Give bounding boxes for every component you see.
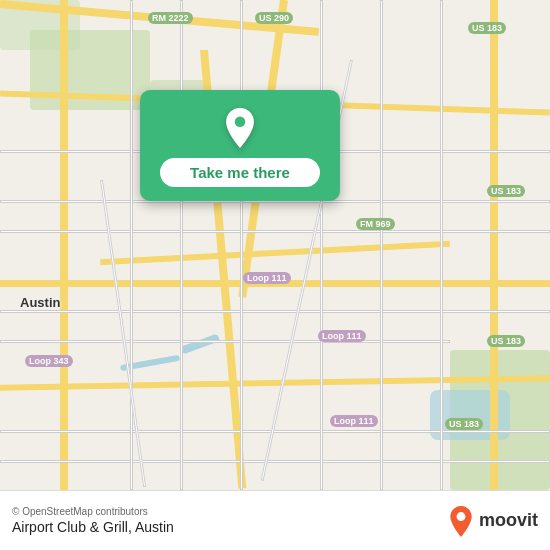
minor-road: [0, 460, 550, 463]
moovit-brand-text: moovit: [479, 510, 538, 531]
moovit-logo: moovit: [447, 505, 538, 537]
svg-point-0: [235, 117, 246, 128]
osm-attribution: © OpenStreetMap contributors: [12, 506, 174, 517]
hw-label-rm2222: RM 2222: [148, 12, 193, 24]
city-label-austin: Austin: [20, 295, 60, 310]
bottom-left-info: © OpenStreetMap contributors Airport Clu…: [12, 506, 174, 535]
hw-label-us183-bot2: US 183: [445, 418, 483, 430]
hw-label-loop111-2: Loop 111: [318, 330, 366, 342]
minor-road: [0, 310, 550, 313]
svg-point-1: [457, 512, 466, 521]
moovit-pin-icon: [447, 505, 475, 537]
hw-label-loop343: Loop 343: [25, 355, 73, 367]
hw-label-us183-mid: US 183: [487, 185, 525, 197]
map-container: RM 2222 US 290 US 183 US 183 FM 969 Loop…: [0, 0, 550, 490]
bottom-bar: © OpenStreetMap contributors Airport Clu…: [0, 490, 550, 550]
hw-label-us183-top: US 183: [468, 22, 506, 34]
hw-label-fm969: FM 969: [356, 218, 395, 230]
major-road: [60, 0, 68, 490]
minor-road: [380, 0, 383, 490]
hw-label-loop111-3: Loop 111: [330, 415, 378, 427]
take-me-there-button[interactable]: Take me there: [160, 158, 320, 187]
minor-road: [0, 430, 550, 433]
major-road: [490, 0, 498, 490]
location-pin-icon: [218, 106, 262, 150]
minor-road: [320, 0, 323, 490]
minor-road: [0, 230, 550, 233]
minor-road: [240, 0, 243, 490]
location-card: Take me there: [140, 90, 340, 201]
hw-label-us290: US 290: [255, 12, 293, 24]
place-name: Airport Club & Grill, Austin: [12, 519, 174, 535]
minor-road: [440, 0, 443, 490]
minor-road: [180, 0, 183, 490]
hw-label-loop111-1: Loop 111: [243, 272, 291, 284]
hw-label-us183-bot: US 183: [487, 335, 525, 347]
